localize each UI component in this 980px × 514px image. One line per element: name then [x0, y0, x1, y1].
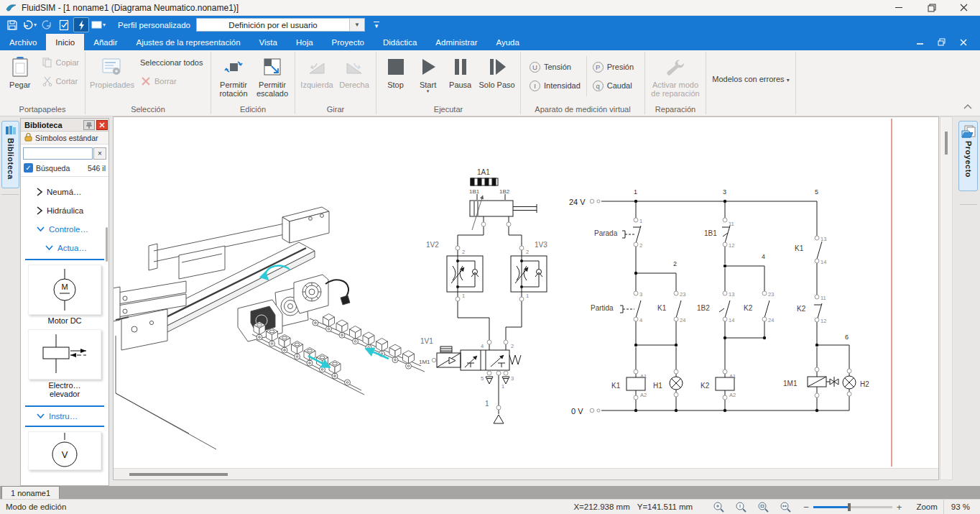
drawing-canvas[interactable]: 1A11B11B21V21V321211V11M142531124 V0 V13… — [113, 116, 939, 480]
restore-button[interactable] — [915, 0, 948, 15]
symbol-label-motor: Motor DC — [21, 316, 108, 325]
horizontal-scrollbar-thumb[interactable] — [129, 473, 228, 476]
single-step-button[interactable]: Solo Paso — [476, 53, 517, 91]
schematic-label: 6 — [845, 334, 849, 341]
schematic-label: 2 — [673, 260, 677, 267]
search-clear-icon[interactable]: × — [93, 147, 106, 160]
tree-item-hidraulica[interactable]: Hidráulica — [21, 201, 108, 220]
redo-icon[interactable] — [39, 17, 55, 32]
group-meters: UTensión IIntensidad PPresión qCaudal Ap… — [521, 50, 644, 116]
library-title: Biblioteca — [24, 121, 82, 129]
undo-dropdown-icon[interactable]: ▾ — [34, 22, 37, 28]
symbol-electro-elevador[interactable] — [28, 329, 101, 380]
zoom-slider[interactable] — [813, 506, 892, 508]
check-document-icon[interactable] — [56, 17, 72, 32]
paste-button[interactable]: Pegar — [3, 53, 37, 91]
rotate-left-button[interactable]: Izquierda — [298, 53, 336, 91]
tree-item-instrumentos[interactable]: Instru… — [21, 408, 108, 424]
tree-item-actuadores[interactable]: Actua… — [21, 239, 108, 257]
library-search-input[interactable] — [23, 147, 93, 160]
library-scrollbar-thumb[interactable] — [106, 227, 108, 262]
mdi-close-icon[interactable] — [953, 36, 974, 49]
delete-button[interactable]: Borrar — [137, 73, 205, 89]
start-dropdown-icon[interactable]: ▾ — [427, 89, 430, 93]
document-tab[interactable]: 1 noname1 — [1, 486, 60, 499]
group-label-selection: Selección — [85, 104, 211, 116]
allow-rotation-button[interactable]: Permitir rotación — [214, 53, 253, 100]
tab-anadir[interactable]: Añadir — [84, 34, 126, 50]
chevron-down-icon — [37, 413, 45, 419]
schematic-svg[interactable]: 1A11B11B21V21V321211V11M142531124 V0 V13… — [114, 117, 938, 468]
measure-tool-icon[interactable] — [73, 17, 89, 32]
error-models-button[interactable]: Modelos con errores ▾ — [711, 70, 791, 87]
profile-combobox[interactable]: Definición por el usuario ▼ — [196, 18, 365, 32]
rotate-right-button[interactable]: Derecha — [336, 53, 373, 91]
library-tree: Neumá… Hidráulica Controle… Actua… M Mot… — [21, 177, 108, 485]
zoom-original-icon[interactable] — [732, 501, 749, 513]
sidebar-tab-proyecto[interactable]: Proyecto — [958, 121, 978, 191]
tab-administrar[interactable]: Administrar — [426, 34, 486, 50]
mdi-minimize-icon[interactable] — [910, 36, 931, 49]
zoom-in-icon[interactable] — [710, 501, 727, 513]
models-dropdown-icon: ▾ — [787, 77, 790, 83]
voltage-button[interactable]: UTensión — [527, 59, 583, 75]
properties-button[interactable]: Propiedades — [88, 53, 136, 91]
vertical-scrollbar[interactable] — [940, 116, 953, 480]
copy-button[interactable]: Copiar — [39, 55, 82, 70]
symbol-voltmeter[interactable]: V — [28, 431, 101, 470]
rotation-icon — [223, 55, 244, 78]
clipboard-icon — [11, 55, 29, 78]
tab-didactica[interactable]: Didáctica — [374, 34, 426, 50]
close-button[interactable] — [948, 0, 980, 15]
zoom-fit-icon[interactable] — [777, 501, 794, 513]
collapse-ribbon-icon[interactable] — [963, 103, 973, 111]
stop-button[interactable]: Stop — [379, 53, 412, 91]
fill-color-icon[interactable]: ▾ — [91, 17, 106, 32]
tab-hoja[interactable]: Hoja — [287, 34, 323, 50]
title-bar: FluidSIM - [1 noname1 (Diagrama Neumatic… — [0, 0, 980, 16]
search-checkbox[interactable]: ✓ — [24, 163, 33, 173]
tab-inicio[interactable]: Inicio — [46, 34, 84, 50]
mdi-restore-icon[interactable] — [931, 36, 953, 49]
start-button[interactable]: Start ▾ — [412, 53, 444, 95]
undo-icon[interactable]: ▾ — [22, 17, 37, 32]
current-button[interactable]: IIntensidad — [527, 78, 583, 93]
vertical-scrollbar-thumb[interactable] — [945, 132, 948, 155]
schematic-label: 3 — [511, 375, 514, 382]
tab-vista[interactable]: Vista — [250, 34, 287, 50]
pin-icon[interactable] — [83, 120, 95, 130]
pressure-button[interactable]: PPresión — [590, 59, 637, 75]
tab-ayuda[interactable]: Ayuda — [486, 34, 528, 50]
tab-archivo[interactable]: Archivo — [0, 34, 46, 50]
zoom-slider-thumb[interactable] — [848, 503, 851, 511]
pause-button[interactable]: Pausa — [444, 53, 476, 91]
books-icon — [5, 125, 17, 135]
qat-customize-icon[interactable]: ▾ — [374, 22, 379, 29]
cursor-coordinates: X=212.938 mmY=141.511 mm — [573, 502, 700, 511]
tab-proyecto[interactable]: Proyecto — [323, 34, 374, 50]
combobox-dropdown-icon[interactable]: ▼ — [349, 19, 364, 31]
minimize-button[interactable] — [883, 0, 915, 15]
allow-scaling-button[interactable]: Permitir escalado — [253, 53, 292, 100]
flow-button[interactable]: qCaudal — [590, 78, 637, 93]
zoom-out-button[interactable]: − — [803, 502, 809, 513]
zoom-in-button[interactable]: + — [897, 502, 902, 513]
repair-mode-button[interactable]: Activar modo de reparación — [648, 53, 703, 100]
cut-button[interactable]: Cortar — [39, 73, 82, 89]
group-edition: Permitir rotación Permitir escalado Edic… — [211, 50, 295, 116]
tab-ajustes[interactable]: Ajustes de la representación — [126, 34, 249, 50]
tree-item-controles[interactable]: Controle… — [21, 220, 108, 239]
schematic-label: 1B1 — [469, 188, 480, 195]
zoom-selection-icon[interactable] — [754, 501, 772, 513]
group-repair: Activar modo de reparación Reparación — [645, 50, 706, 116]
save-icon[interactable] — [4, 17, 20, 32]
library-close-icon[interactable] — [96, 120, 108, 130]
fill-color-dropdown-icon[interactable]: ▾ — [103, 22, 106, 28]
symbol-motor-dc[interactable]: M — [28, 265, 101, 315]
sidebar-tab-biblioteca[interactable]: Biblioteca — [1, 121, 19, 188]
search-checkbox-label: Búsqueda — [36, 164, 88, 173]
select-all-button[interactable]: Seleccionar todos — [137, 55, 205, 70]
library-header: Biblioteca — [21, 119, 108, 132]
tree-item-neumatica[interactable]: Neumá… — [21, 183, 108, 201]
horizontal-scrollbar[interactable] — [114, 468, 938, 479]
